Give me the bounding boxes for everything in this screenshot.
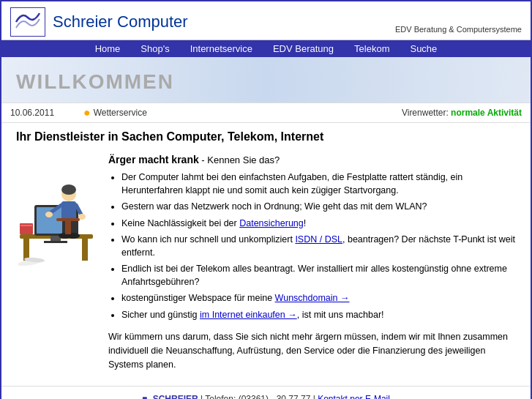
virus-label: Virenwetter: [402, 108, 449, 118]
phone-number: (03361) - 30 77 77 [239, 394, 311, 399]
main-content: Ihr Dienstleister in Sachen Computer, Te… [1, 123, 531, 379]
date-display: 10.06.2011 [10, 108, 69, 118]
main-headline: Ihr Dienstleister in Sachen Computer, Te… [16, 130, 516, 143]
phone-label: Telefon: [205, 394, 236, 399]
subheading-bold: Ärger macht krank [108, 154, 199, 165]
svg-rect-7 [44, 241, 67, 243]
list-item: Sicher und günstig im Internet einkaufen… [121, 309, 516, 322]
illustration [16, 154, 97, 371]
list-item: Wo kann ich nur schnell und unkomplizier… [121, 234, 516, 259]
logo-text: Schreier Computer [53, 12, 188, 31]
svg-rect-0 [10, 7, 45, 37]
header: Schreier Computer EDV Beratung & Compute… [1, 1, 531, 40]
svg-rect-9 [20, 225, 32, 226]
subheading: Ärger macht krank - Kennen Sie das? [108, 154, 516, 165]
datensicherung-link[interactable]: Datensicherung [239, 218, 304, 228]
list-item: Der Computer lahmt bei den einfachsten A… [121, 171, 516, 197]
bullet-list: Der Computer lahmt bei den einfachsten A… [108, 171, 516, 321]
internet-einkaufen-link[interactable]: im Internet einkaufen → [200, 310, 297, 320]
list-item: Gestern war das Netzwerk noch in Ordnung… [121, 201, 516, 214]
subheading-suffix: - Kennen Sie das? [199, 154, 280, 165]
svg-rect-3 [82, 239, 88, 261]
footer-contact: ■ SCHREIER | Telefon: (03361) - 30 77 77… [1, 386, 531, 399]
nav-suche[interactable]: Suche [400, 40, 447, 57]
info-bar: 10.06.2011 ● Wetterservice Virenwetter: … [1, 102, 531, 123]
text-content: Ärger macht krank - Kennen Sie das? Der … [108, 154, 516, 371]
illustration-svg [16, 154, 97, 271]
virus-status: normale Aktivität [451, 108, 522, 118]
svg-rect-2 [23, 239, 29, 261]
closing-text: Wir kümmern uns darum, dass Sie sich nic… [108, 330, 516, 371]
nav-telekom[interactable]: Telekom [344, 40, 400, 57]
nav-internetservice[interactable]: Internetservice [180, 40, 263, 57]
content-area: Ärger macht krank - Kennen Sie das? Der … [16, 154, 516, 371]
tagline: EDV Beratung & Computersysteme [395, 25, 522, 37]
banner-text: WILLKOMMEN [16, 70, 174, 93]
list-item: kostengünstiger Webspace für meine Wunsc… [121, 292, 516, 305]
list-item: Endlich ist bei der Telekom alles beantr… [121, 263, 516, 288]
svg-point-15 [45, 212, 53, 217]
footer-brand: SCHREIER [153, 394, 198, 399]
nav-edv-beratung[interactable]: EDV Beratung [263, 40, 344, 57]
list-item: Keine Nachlässigkeit bei der Datensicher… [121, 217, 516, 231]
logo-area: Schreier Computer [10, 7, 188, 37]
banner: WILLKOMMEN [1, 57, 531, 102]
weather-label: Wetterservice [94, 108, 147, 118]
nav-home[interactable]: Home [85, 40, 131, 57]
nav-bar: Home Shop's Internetservice EDV Beratung… [1, 40, 531, 57]
svg-rect-21 [56, 218, 80, 221]
svg-rect-22 [65, 221, 71, 234]
isdn-dsl-link[interactable]: ISDN / DSL [295, 234, 342, 245]
svg-rect-12 [61, 201, 76, 220]
svg-point-11 [61, 184, 76, 195]
nav-shops[interactable]: Shop's [130, 40, 179, 57]
wunschdomain-link[interactable]: Wunschdomain → [275, 293, 350, 303]
virus-info: Virenwetter: normale Aktivität [402, 108, 522, 118]
footer-icon: ■ [142, 394, 147, 399]
weather-dot-icon: ● [83, 106, 91, 119]
logo-icon [10, 7, 45, 37]
email-contact-link[interactable]: Kontakt per E-Mail [318, 394, 390, 399]
weather-link[interactable]: ● Wetterservice [83, 106, 147, 119]
